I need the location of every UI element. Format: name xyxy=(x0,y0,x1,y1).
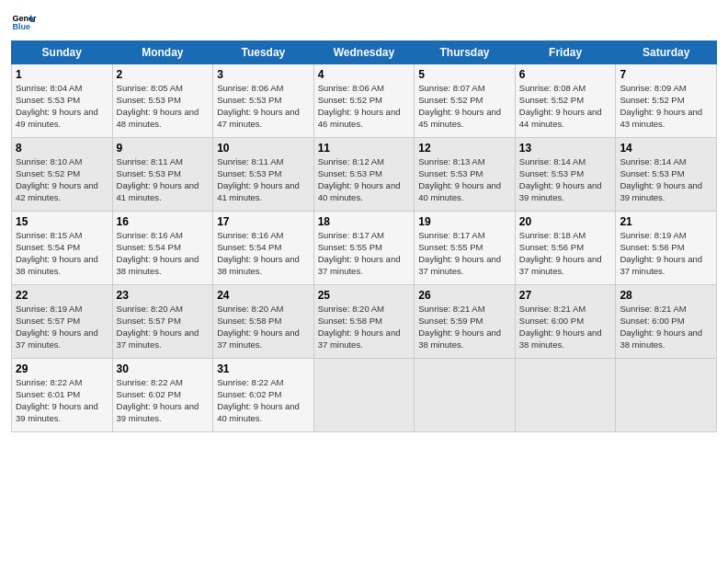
calendar-cell xyxy=(616,359,717,432)
calendar-cell: 31Sunrise: 8:22 AMSunset: 6:02 PMDayligh… xyxy=(213,359,314,432)
day-number: 21 xyxy=(620,214,712,229)
day-number: 10 xyxy=(217,141,310,155)
sunset: Sunset: 5:59 PM xyxy=(418,316,483,326)
day-number: 14 xyxy=(620,141,712,155)
sunset: Sunset: 5:52 PM xyxy=(16,168,80,178)
calendar-header: SundayMondayTuesdayWednesdayThursdayFrid… xyxy=(12,41,717,64)
day-number: 8 xyxy=(16,141,108,155)
sunset: Sunset: 5:56 PM xyxy=(620,242,684,252)
sunset: Sunset: 6:00 PM xyxy=(620,316,684,326)
sunrise: Sunrise: 8:22 AM xyxy=(16,377,82,387)
calendar-week-3: 15Sunrise: 8:15 AMSunset: 5:54 PMDayligh… xyxy=(12,212,717,285)
sunset: Sunset: 5:53 PM xyxy=(117,95,181,105)
daylight: Daylight: 9 hours and 45 minutes. xyxy=(418,107,501,129)
daylight: Daylight: 9 hours and 39 minutes. xyxy=(16,401,98,423)
sunrise: Sunrise: 8:19 AM xyxy=(16,304,82,314)
sunrise: Sunrise: 8:17 AM xyxy=(318,230,384,240)
sunrise: Sunrise: 8:04 AM xyxy=(16,83,82,93)
sunrise: Sunrise: 8:12 AM xyxy=(318,156,384,167)
sunset: Sunset: 5:55 PM xyxy=(418,242,483,252)
sunrise: Sunrise: 8:09 AM xyxy=(620,83,686,93)
sunrise: Sunrise: 8:20 AM xyxy=(318,304,384,314)
calendar-cell: 4Sunrise: 8:06 AMSunset: 5:52 PMDaylight… xyxy=(313,64,415,138)
sunset: Sunset: 6:00 PM xyxy=(519,316,584,326)
daylight: Daylight: 9 hours and 37 minutes. xyxy=(117,327,199,350)
calendar-cell: 1Sunrise: 8:04 AMSunset: 5:53 PMDaylight… xyxy=(12,64,113,138)
sunrise: Sunrise: 8:06 AM xyxy=(318,83,384,93)
daylight: Daylight: 9 hours and 38 minutes. xyxy=(620,327,702,350)
day-number: 2 xyxy=(117,67,210,82)
sunset: Sunset: 5:52 PM xyxy=(318,95,382,105)
svg-text:Blue: Blue xyxy=(12,22,30,31)
daylight: Daylight: 9 hours and 40 minutes. xyxy=(418,180,501,202)
daylight: Daylight: 9 hours and 47 minutes. xyxy=(217,107,300,129)
sunset: Sunset: 5:55 PM xyxy=(318,242,382,252)
sunrise: Sunrise: 8:15 AM xyxy=(16,230,82,240)
daylight: Daylight: 9 hours and 38 minutes. xyxy=(418,327,501,350)
sunset: Sunset: 6:01 PM xyxy=(16,389,80,399)
sunset: Sunset: 5:57 PM xyxy=(117,316,181,326)
sunrise: Sunrise: 8:21 AM xyxy=(418,304,484,314)
calendar-cell: 18Sunrise: 8:17 AMSunset: 5:55 PMDayligh… xyxy=(313,212,415,285)
calendar-cell: 7Sunrise: 8:09 AMSunset: 5:52 PMDaylight… xyxy=(616,64,717,138)
day-number: 24 xyxy=(217,288,310,303)
daylight: Daylight: 9 hours and 41 minutes. xyxy=(217,180,300,202)
calendar-cell: 17Sunrise: 8:16 AMSunset: 5:54 PMDayligh… xyxy=(213,212,314,285)
sunrise: Sunrise: 8:14 AM xyxy=(519,156,586,167)
calendar-cell xyxy=(515,359,616,432)
day-number: 4 xyxy=(318,67,411,82)
day-number: 17 xyxy=(217,214,310,229)
page-container: General Blue SundayMondayTuesdayWednesda… xyxy=(0,0,728,442)
day-number: 11 xyxy=(318,141,411,155)
day-header-friday: Friday xyxy=(515,41,616,64)
day-number: 27 xyxy=(519,288,612,303)
day-number: 19 xyxy=(418,214,511,229)
calendar-table: SundayMondayTuesdayWednesdayThursdayFrid… xyxy=(11,40,717,432)
calendar-cell: 12Sunrise: 8:13 AMSunset: 5:53 PMDayligh… xyxy=(415,138,516,212)
day-header-sunday: Sunday xyxy=(12,41,113,64)
sunset: Sunset: 5:53 PM xyxy=(519,168,584,178)
sunset: Sunset: 5:53 PM xyxy=(418,168,483,178)
day-number: 31 xyxy=(217,362,310,376)
calendar-cell: 10Sunrise: 8:11 AMSunset: 5:53 PMDayligh… xyxy=(213,138,314,212)
day-number: 5 xyxy=(418,67,511,82)
sunrise: Sunrise: 8:16 AM xyxy=(217,230,283,240)
sunset: Sunset: 5:53 PM xyxy=(318,168,382,178)
calendar-cell: 24Sunrise: 8:20 AMSunset: 5:58 PMDayligh… xyxy=(213,285,314,359)
day-number: 22 xyxy=(16,288,108,303)
day-number: 29 xyxy=(16,362,108,376)
daylight: Daylight: 9 hours and 48 minutes. xyxy=(117,107,199,129)
sunset: Sunset: 5:53 PM xyxy=(620,168,684,178)
daylight: Daylight: 9 hours and 38 minutes. xyxy=(16,254,98,276)
calendar-cell: 15Sunrise: 8:15 AMSunset: 5:54 PMDayligh… xyxy=(12,212,113,285)
sunset: Sunset: 5:52 PM xyxy=(519,95,584,105)
sunrise: Sunrise: 8:07 AM xyxy=(418,83,484,93)
calendar-cell: 22Sunrise: 8:19 AMSunset: 5:57 PMDayligh… xyxy=(12,285,113,359)
logo-icon: General Blue xyxy=(11,9,37,35)
sunset: Sunset: 5:54 PM xyxy=(117,242,181,252)
daylight: Daylight: 9 hours and 37 minutes. xyxy=(217,327,300,350)
calendar-cell: 8Sunrise: 8:10 AMSunset: 5:52 PMDaylight… xyxy=(12,138,113,212)
calendar-cell: 14Sunrise: 8:14 AMSunset: 5:53 PMDayligh… xyxy=(616,138,717,212)
header: General Blue xyxy=(11,9,717,35)
sunset: Sunset: 5:57 PM xyxy=(16,316,80,326)
daylight: Daylight: 9 hours and 38 minutes. xyxy=(217,254,300,276)
sunrise: Sunrise: 8:21 AM xyxy=(620,304,686,314)
calendar-cell xyxy=(313,359,415,432)
calendar-cell: 21Sunrise: 8:19 AMSunset: 5:56 PMDayligh… xyxy=(616,212,717,285)
day-number: 12 xyxy=(418,141,511,155)
daylight: Daylight: 9 hours and 46 minutes. xyxy=(318,107,401,129)
calendar-cell xyxy=(415,359,516,432)
day-header-wednesday: Wednesday xyxy=(313,41,415,64)
sunset: Sunset: 5:52 PM xyxy=(418,95,483,105)
sunset: Sunset: 6:02 PM xyxy=(217,389,281,399)
daylight: Daylight: 9 hours and 37 minutes. xyxy=(16,327,98,350)
calendar-cell: 20Sunrise: 8:18 AMSunset: 5:56 PMDayligh… xyxy=(515,212,616,285)
daylight: Daylight: 9 hours and 41 minutes. xyxy=(117,180,199,202)
daylight: Daylight: 9 hours and 40 minutes. xyxy=(217,401,300,423)
daylight: Daylight: 9 hours and 39 minutes. xyxy=(620,180,702,202)
sunset: Sunset: 5:53 PM xyxy=(117,168,181,178)
sunset: Sunset: 5:53 PM xyxy=(217,95,281,105)
daylight: Daylight: 9 hours and 37 minutes. xyxy=(318,254,401,276)
sunset: Sunset: 5:58 PM xyxy=(217,316,281,326)
